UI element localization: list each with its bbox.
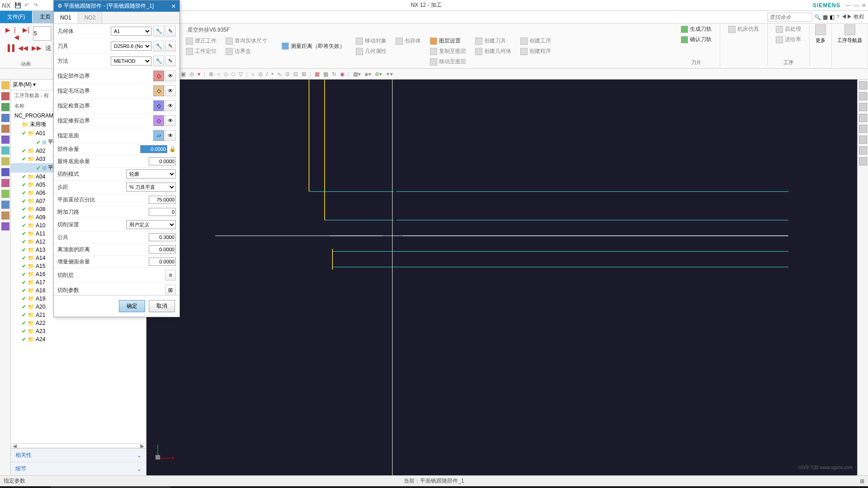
create-tool[interactable]: 创建刀具 — [472, 36, 514, 46]
r-icon[interactable] — [859, 114, 867, 122]
ok-button[interactable]: 确定 — [119, 300, 145, 312]
trim-boundary-btn[interactable]: ◇ — [153, 115, 164, 126]
r-icon[interactable] — [859, 81, 867, 89]
save-icon[interactable]: 💾 — [14, 2, 21, 9]
play-start-icon[interactable]: ▶ — [5, 26, 10, 41]
vt-icon[interactable]: □ — [231, 71, 235, 77]
step-back-icon[interactable]: |◀ — [14, 26, 19, 41]
grid-icon[interactable]: ▦ — [823, 14, 828, 20]
move-object[interactable]: 移动对象 — [353, 36, 389, 46]
nav-icon[interactable] — [1, 190, 9, 198]
blank-boundary-show-icon[interactable]: 👁 — [165, 85, 176, 96]
machine-sim[interactable]: 机床仿真 — [726, 24, 762, 34]
geom-edit-icon[interactable]: 🔧 — [153, 26, 164, 37]
vt-dropdown-icon[interactable]: ◈▾ — [364, 71, 371, 77]
tree-item[interactable]: ✔📁A24 — [11, 335, 146, 343]
nav-icon[interactable] — [1, 103, 9, 111]
dist-top-input[interactable] — [149, 245, 176, 253]
vt-icon[interactable]: ○ — [217, 71, 220, 77]
boundary-box[interactable]: 边界盒 — [223, 47, 270, 56]
nav-icon[interactable] — [1, 179, 9, 187]
method-edit-icon[interactable]: 🔧 — [153, 56, 164, 66]
nav-icon[interactable] — [1, 211, 9, 220]
geom-new-icon[interactable]: ✎ — [165, 26, 176, 37]
workpiece-locate[interactable]: 工件定位 — [183, 47, 219, 56]
vt-dropdown-icon[interactable]: ▾ — [198, 71, 200, 77]
nav-icon[interactable] — [1, 146, 9, 155]
floor-show-icon[interactable]: 👁 — [165, 130, 176, 141]
nav-icon[interactable] — [1, 92, 9, 100]
create-geom[interactable]: 创建几何体 — [472, 47, 514, 56]
vt-icon[interactable]: ⊕ — [209, 71, 213, 77]
undo-icon[interactable]: ↶ — [23, 2, 30, 9]
more-icon[interactable] — [815, 24, 826, 35]
tree-item[interactable]: ✔📁A23 — [11, 327, 146, 335]
start-button[interactable]: ⊞ — [0, 486, 15, 488]
nav-icon[interactable] — [1, 168, 9, 176]
generate-toolpath[interactable]: 生成刀轨 — [678, 24, 714, 34]
vt-icon[interactable]: ◉ — [340, 71, 344, 77]
check-boundary-show-icon[interactable]: 👁 — [165, 100, 176, 111]
cut-levels-btn[interactable]: ≡ — [165, 270, 176, 281]
tool-edit-icon[interactable]: 🔧 — [153, 41, 164, 52]
accordion-details[interactable]: 细节⌄ — [11, 462, 146, 475]
method-new-icon[interactable]: ✎ — [165, 56, 176, 66]
vt-icon[interactable]: ◎ — [258, 71, 263, 77]
window-icon[interactable]: ◧ — [830, 14, 835, 20]
vt-icon[interactable]: / — [266, 71, 268, 77]
vt-icon[interactable]: ↻ — [332, 71, 336, 77]
r-icon[interactable] — [859, 103, 867, 111]
add-pass-input[interactable] — [149, 208, 176, 216]
dialog-titlebar[interactable]: ⚙ 平面铣跟随部件 - [平面铣跟随部件_1] ✕ — [54, 0, 179, 12]
r-icon[interactable] — [859, 146, 867, 155]
vt-icon[interactable]: ▦ — [323, 71, 328, 77]
close-icon[interactable]: ✕ — [171, 3, 176, 9]
vt-icon[interactable]: ∿ — [277, 71, 282, 77]
flat-dia-input[interactable] — [149, 196, 176, 204]
tree-hscroll[interactable]: ◀▶ — [11, 443, 146, 448]
minimize-icon[interactable]: — — [846, 2, 851, 9]
r-icon[interactable] — [859, 157, 867, 165]
vt-dropdown-icon[interactable]: ✦▾ — [386, 71, 393, 77]
tutorial-btn[interactable]: ◀▶ 教程 — [841, 13, 864, 21]
vt-icon[interactable]: ▽ — [239, 71, 243, 77]
cut-depth-select[interactable]: 用户定义 — [126, 220, 176, 229]
nav-icon[interactable] — [1, 201, 9, 209]
tool-select[interactable]: D25R0.8 (No D — [111, 42, 151, 51]
part-boundary-show-icon[interactable]: 👁 — [165, 70, 176, 81]
vt-icon[interactable]: ◎ — [189, 71, 194, 77]
vt-icon[interactable]: ▣ — [181, 71, 186, 77]
nav-icon[interactable] — [1, 125, 9, 133]
vt-icon[interactable]: ▦ — [315, 71, 320, 77]
method-select[interactable]: METHOD — [111, 56, 151, 66]
confirm-toolpath[interactable]: 确认刀轨 — [678, 35, 714, 44]
blank-boundary-btn[interactable]: ◇ — [153, 85, 164, 96]
nav-icon[interactable] — [1, 136, 9, 144]
ffwd-icon[interactable]: ▶▶ — [32, 44, 42, 52]
r-icon[interactable] — [859, 125, 867, 133]
geom-select[interactable]: A1 — [111, 27, 151, 36]
cut-pattern-select[interactable]: 轮廓 — [126, 169, 176, 178]
common-input[interactable] — [149, 233, 176, 241]
tool-new-icon[interactable]: ✎ — [165, 41, 176, 52]
vt-icon[interactable]: ⊞ — [302, 71, 306, 77]
file-menu[interactable]: 文件(F) — [0, 11, 32, 23]
help-icon[interactable]: ? — [836, 14, 840, 20]
close-icon[interactable]: ✕ — [862, 2, 866, 9]
nav-icon[interactable] — [1, 81, 9, 89]
step-fwd-icon[interactable]: ▶| — [23, 26, 29, 41]
search-button[interactable]: 🔍 — [15, 486, 33, 488]
vt-icon[interactable]: ◇ — [224, 71, 228, 77]
r-icon[interactable] — [859, 136, 867, 144]
op-nav-icon[interactable] — [844, 24, 855, 35]
r-icon[interactable] — [859, 92, 867, 100]
nav-icon[interactable] — [1, 114, 9, 122]
tab-no2[interactable]: NO2 — [78, 12, 103, 23]
menu-button[interactable]: 菜单(M) ▾ — [13, 81, 36, 89]
rewind-icon[interactable]: ◀◀ — [18, 44, 28, 52]
nav-icon[interactable] — [1, 222, 9, 230]
part-stock-input[interactable] — [140, 145, 167, 153]
move-to-layer[interactable]: 移动至图层 — [427, 57, 469, 66]
search-icon[interactable]: 🔍 — [814, 14, 821, 20]
vt-icon[interactable]: ⊡ — [293, 71, 298, 77]
